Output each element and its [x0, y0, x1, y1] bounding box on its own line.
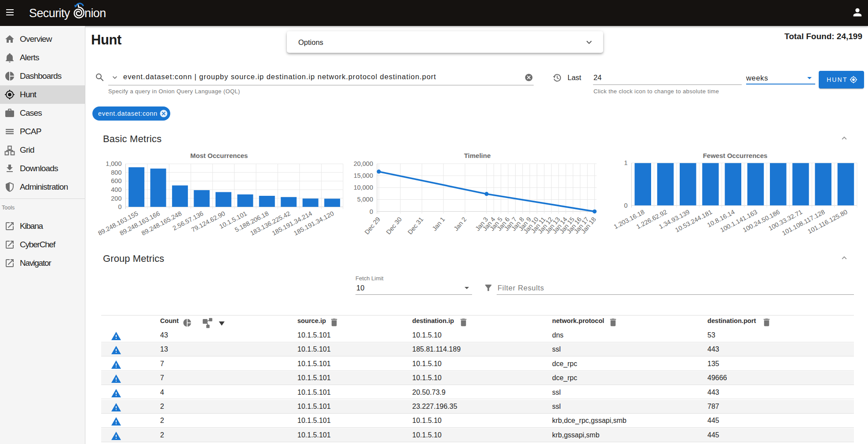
svg-text:Dec 31: Dec 31	[407, 216, 425, 235]
svg-text:15,000: 15,000	[354, 172, 373, 179]
svg-text:101.116.125.80: 101.116.125.80	[806, 208, 849, 235]
svg-text:1,000: 1,000	[106, 160, 121, 167]
svg-text:0: 0	[624, 202, 628, 209]
svg-text:200: 200	[111, 195, 121, 202]
svg-text:600: 600	[111, 177, 121, 184]
svg-text:Jan 1: Jan 1	[431, 216, 446, 232]
svg-text:5,000: 5,000	[357, 196, 373, 203]
svg-text:20,000: 20,000	[354, 160, 373, 167]
svg-text:Jan 2: Jan 2	[452, 216, 468, 232]
svg-text:1: 1	[624, 159, 628, 166]
svg-text:Most Occurrences: Most Occurrences	[190, 152, 248, 159]
svg-text:400: 400	[111, 186, 121, 193]
svg-text:Dec 30: Dec 30	[385, 216, 403, 235]
svg-text:800: 800	[111, 169, 121, 176]
svg-text:0: 0	[370, 208, 373, 215]
svg-text:10,000: 10,000	[354, 184, 373, 191]
svg-text:Dec 29: Dec 29	[363, 216, 382, 235]
svg-text:0: 0	[118, 203, 121, 210]
svg-text:Fewest Occurrences: Fewest Occurrences	[703, 152, 768, 159]
svg-text:Timeline: Timeline	[464, 152, 491, 159]
